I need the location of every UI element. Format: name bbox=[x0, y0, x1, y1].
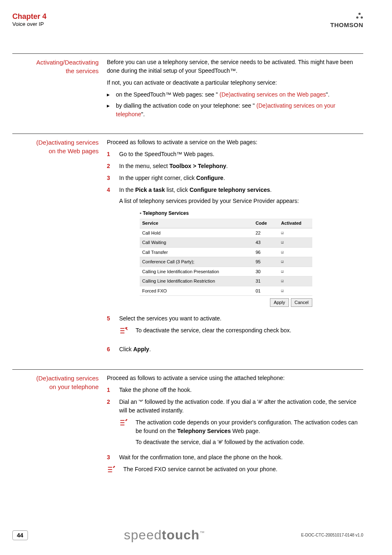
step-web-4: 4 In the Pick a task list, click Configu… bbox=[107, 186, 363, 311]
table-row: Conference Call (3 Party);95☑ bbox=[140, 257, 312, 267]
svg-point-1 bbox=[356, 16, 358, 18]
svg-point-3 bbox=[359, 15, 360, 17]
service-name: Call Transfer bbox=[140, 247, 253, 257]
step-web-3: 3 In the upper right corner, click Confi… bbox=[107, 174, 363, 182]
table-row: Calling Line Identification Presentation… bbox=[140, 267, 312, 276]
web-intro: Proceed as follows to activate a service… bbox=[107, 138, 363, 147]
service-name: Calling Line Identification Presentation bbox=[140, 267, 253, 276]
brand-text: THOMSON bbox=[330, 21, 363, 28]
step-web-4-sub: A list of telephony services provided by… bbox=[119, 197, 363, 205]
cancel-button[interactable]: Cancel bbox=[291, 298, 312, 307]
service-code: 96 bbox=[253, 247, 279, 257]
service-name: Forced FXO bbox=[140, 286, 253, 296]
apply-button[interactable]: Apply bbox=[270, 298, 289, 307]
section-activating: Activating/Deactivating the services Bef… bbox=[12, 53, 363, 121]
note-icon bbox=[119, 326, 136, 339]
section-web-pages: (De)activating services on the Web pages… bbox=[12, 134, 363, 357]
col-activated: Activated bbox=[279, 219, 312, 228]
service-name: Conference Call (3 Party); bbox=[140, 257, 253, 267]
step-phone-2: 2 Dial an '*' followed by the activation… bbox=[107, 398, 363, 450]
service-name: Calling Line Identification Restriction bbox=[140, 276, 253, 286]
content-web: Proceed as follows to activate a service… bbox=[107, 138, 363, 357]
phone-intro: Proceed as follows to activate a service… bbox=[107, 374, 363, 382]
service-code: 22 bbox=[253, 228, 279, 238]
table-row: Forced FXO01☑ bbox=[140, 286, 312, 296]
table-row: Call Transfer96☑ bbox=[140, 247, 312, 257]
service-name: Call Waiting bbox=[140, 238, 253, 248]
service-activated-checkbox[interactable]: ☑ bbox=[279, 228, 312, 238]
page-header: Chapter 4 Voice over IP THOMSON bbox=[12, 12, 363, 29]
speedtouch-logo: speedtouch™ bbox=[124, 527, 205, 543]
svg-point-2 bbox=[361, 16, 363, 18]
note-icon bbox=[107, 465, 123, 477]
side-label-web: (De)activating services on the Web pages bbox=[12, 138, 107, 357]
service-code: 31 bbox=[253, 276, 279, 286]
brand-flower-icon bbox=[356, 12, 363, 21]
svg-point-0 bbox=[358, 13, 360, 15]
note-activation-code: The activation code depends on your prov… bbox=[119, 418, 363, 447]
chapter-subtitle: Voice over IP bbox=[12, 21, 46, 27]
service-activated-checkbox[interactable]: ☑ bbox=[279, 276, 312, 286]
step-web-6: 6 Click Apply. bbox=[107, 345, 363, 354]
service-code: 95 bbox=[253, 257, 279, 267]
page-footer: 44 speedtouch™ E-DOC-CTC-20051017-0148 v… bbox=[12, 527, 363, 543]
brand-logo: THOMSON bbox=[330, 12, 363, 29]
table-row: Call Waiting43☑ bbox=[140, 238, 312, 248]
side-label-activating: Activating/Deactivating the services bbox=[12, 58, 107, 121]
header-left: Chapter 4 Voice over IP bbox=[12, 12, 46, 27]
doc-id: E-DOC-CTC-20051017-0148 v1.0 bbox=[301, 533, 363, 537]
service-code: 01 bbox=[253, 286, 279, 296]
triangle-right-icon: ▸ bbox=[107, 90, 116, 99]
service-activated-checkbox[interactable]: ☑ bbox=[279, 257, 312, 267]
note-icon bbox=[119, 418, 136, 431]
telephony-services-screenshot: Telephony Services Service Code Activate… bbox=[140, 210, 312, 307]
step-web-1: 1 Go to the SpeedTouch™ Web pages. bbox=[107, 150, 363, 159]
table-row: Call Hold22☑ bbox=[140, 228, 312, 238]
content-phone: Proceed as follows to activate a service… bbox=[107, 374, 363, 481]
link-web-pages[interactable]: (De)activating services on the Web pages bbox=[219, 91, 326, 98]
para-intro1: Before you can use a telephony service, … bbox=[107, 58, 363, 75]
step-phone-3: 3 Wait for the confirmation tone, and pl… bbox=[107, 453, 363, 462]
services-table: Service Code Activated Call Hold22☑Call … bbox=[140, 219, 312, 296]
content-activating: Before you can use a telephony service, … bbox=[107, 58, 363, 121]
table-row: Calling Line Identification Restriction3… bbox=[140, 276, 312, 286]
page-number: 44 bbox=[12, 530, 28, 540]
service-activated-checkbox[interactable]: ☑ bbox=[279, 247, 312, 257]
side-label-phone: (De)activating services on your telephon… bbox=[12, 374, 107, 481]
service-activated-checkbox[interactable]: ☑ bbox=[279, 267, 312, 276]
service-code: 30 bbox=[253, 267, 279, 276]
chapter-title: Chapter 4 bbox=[12, 12, 46, 21]
step-web-5: 5 Select the services you want to activa… bbox=[107, 314, 363, 342]
section-telephone: (De)activating services on your telephon… bbox=[12, 369, 363, 481]
note-deactivate: To deactivate the service, clear the cor… bbox=[119, 326, 363, 339]
note-forced-fxo: The Forced FXO service cannot be activat… bbox=[107, 465, 363, 477]
para-intro2: If not, you can activate or deactivate a… bbox=[107, 78, 363, 87]
scr-title: Telephony Services bbox=[140, 210, 312, 217]
service-activated-checkbox[interactable]: ☑ bbox=[279, 286, 312, 296]
col-code: Code bbox=[253, 219, 279, 228]
bullet-telephone: ▸ by dialling the activation code on you… bbox=[107, 101, 363, 119]
step-web-2: 2 In the menu, select Toolbox > Telephon… bbox=[107, 162, 363, 170]
triangle-right-icon: ▸ bbox=[107, 101, 116, 119]
service-code: 43 bbox=[253, 238, 279, 248]
col-service: Service bbox=[140, 219, 253, 228]
service-name: Call Hold bbox=[140, 228, 253, 238]
bullet-web-pages: ▸ on the SpeedTouch™ Web pages: see " (D… bbox=[107, 90, 363, 99]
step-phone-1: 1 Take the phone off the hook. bbox=[107, 386, 363, 394]
service-activated-checkbox[interactable]: ☑ bbox=[279, 238, 312, 248]
